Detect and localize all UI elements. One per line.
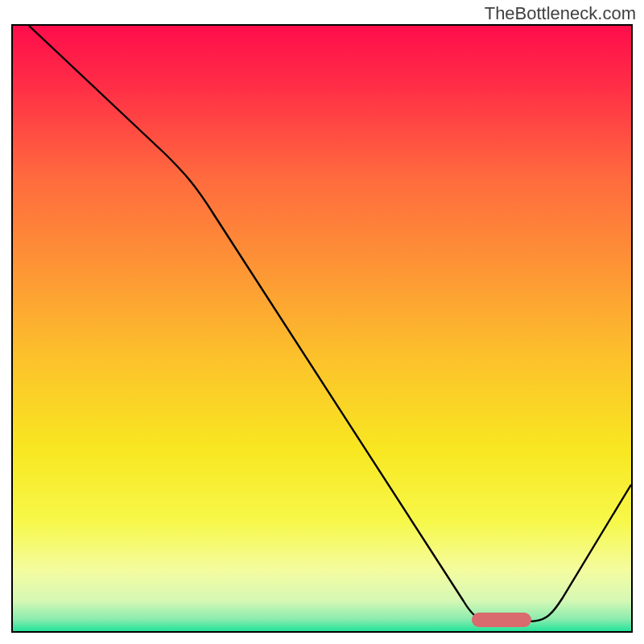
chart-container: TheBottleneck.com	[0, 0, 644, 644]
optimal-zone-marker	[472, 613, 531, 627]
watermark-text: TheBottleneck.com	[485, 3, 636, 24]
plot-area	[11, 24, 633, 633]
bottleneck-curve	[13, 26, 631, 631]
